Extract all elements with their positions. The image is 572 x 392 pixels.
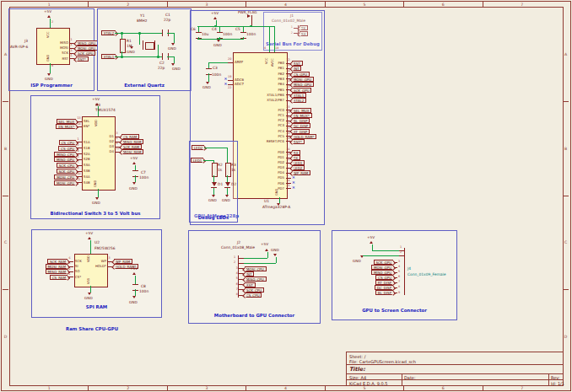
net-label[interactable]: SEL_MUX: [292, 108, 311, 113]
net-label[interactable]: CS_GPU: [292, 72, 310, 77]
net-label[interactable]: RST: [292, 61, 303, 66]
screen-pin-rows: SCK_GPU 3 MOSI_GPU 4 MISO_GPU 5: [332, 260, 404, 295]
net-label-xtal1[interactable]: XTAL1: [101, 54, 116, 59]
net-label[interactable]: BL_DISP: [375, 290, 393, 295]
sheet-bidir-switch[interactable]: +5V U3 TMUX1574 VDD GND SEL_MUX 13 SEL E…: [30, 95, 160, 219]
ref-d1: D1: [218, 183, 223, 187]
net-label[interactable]: MOSI_CPU: [54, 175, 76, 180]
net-label[interactable]: MOSI_CPU: [245, 266, 267, 271]
resistor-r1[interactable]: [120, 39, 127, 53]
net-label[interactable]: MISO_CPU: [245, 277, 267, 282]
net-label[interactable]: MOSI_GPU: [54, 180, 76, 185]
sheet-debug-leds[interactable]: LED2 LED1 R2 1k R3 1k D1 D2 GND GND Debu…: [189, 141, 238, 223]
net-label[interactable]: CS_CPU: [59, 140, 76, 145]
gnd-label: GND: [213, 44, 222, 47]
pin-name: S3A: [82, 164, 95, 167]
net-label[interactable]: SEL_MUX: [57, 119, 76, 124]
net-label[interactable]: RST: [245, 282, 256, 287]
net-label[interactable]: SCK_GPU: [292, 88, 311, 93]
sheet-external-quartz[interactable]: XTAL2 XTAL1 R1 1M Y1 8MHz GND C1 22p GND…: [97, 8, 192, 91]
gnd-icon: [95, 197, 99, 200]
net-label[interactable]: CS_CPU: [245, 293, 262, 298]
net-label[interactable]: SCK_RAM: [47, 259, 67, 264]
resistor-r2[interactable]: [212, 163, 219, 177]
pin-number: 20: [228, 58, 231, 61]
net-label-led1[interactable]: LED1: [191, 158, 203, 163]
junction: [250, 25, 252, 28]
value-c1: 22p: [164, 19, 170, 23]
net-label[interactable]: DC_DISP: [292, 123, 310, 128]
pin-number: 7: [397, 281, 404, 284]
frame-row-label: A: [3, 8, 8, 102]
sheet-spi-ram[interactable]: +5V U2 FM25W256 VDD VSS SCK_RAM 6 SCK MO…: [31, 229, 162, 318]
net-label-xtal2[interactable]: XTAL2: [101, 30, 116, 35]
net-label[interactable]: BL_DISP: [292, 118, 310, 123]
net-label-led2[interactable]: LED2: [192, 145, 204, 150]
net-label[interactable]: MOSI_GPU: [76, 46, 98, 51]
net-label[interactable]: EN_MUX*: [292, 113, 312, 118]
net-label[interactable]: MOSI_GPU: [292, 77, 314, 82]
net-label[interactable]: SCK_CPU: [57, 163, 76, 168]
wire: [174, 33, 175, 43]
net-label[interactable]: MISO_CPU: [54, 152, 76, 157]
net-label[interactable]: MISO_RAM: [46, 269, 67, 274]
net-label[interactable]: RST*: [76, 56, 89, 62]
net-label[interactable]: EN_MUX*: [56, 124, 76, 129]
crystal-y1[interactable]: [145, 42, 154, 50]
led-d2-icon[interactable]: [225, 182, 230, 186]
pin-name: S4A: [82, 175, 95, 179]
net-label[interactable]: CS_GPU: [58, 146, 76, 151]
net-label[interactable]: MISO_GPU: [292, 82, 314, 87]
sheet-isp-programmer[interactable]: +5V 2 VCC GND J3 AVR-ISP-6 MISO 1 MISO_G…: [8, 8, 94, 91]
net-label[interactable]: RT_DISP: [292, 129, 310, 134]
net-label[interactable]: MOSI_RAM: [46, 264, 67, 269]
junction: [121, 32, 123, 35]
net-label[interactable]: HOLD_RAM*: [292, 134, 316, 139]
net-label[interactable]: SCK_GPU: [57, 169, 76, 174]
pin-stub: [228, 84, 233, 85]
net-label[interactable]: RX: [292, 150, 300, 155]
led-d1-icon[interactable]: [212, 182, 217, 186]
net-label[interactable]: SCK_CPU: [245, 287, 264, 293]
net-label[interactable]: LED1: [292, 160, 305, 165]
sheet-mobo-connector[interactable]: J2 Conn_01x08_Male +5V GND 1 2 3 MOSI_CP…: [188, 230, 321, 324]
pin-name: RESET/PC6: [252, 140, 286, 143]
net-label[interactable]: SCK_GPU: [76, 51, 95, 56]
net-label[interactable]: MOSI_RAM: [121, 149, 143, 154]
net-label[interactable]: TX: [292, 155, 300, 160]
pin-number: 2: [400, 251, 402, 254]
net-label[interactable]: INT: [245, 271, 254, 277]
power-5v-icon: [132, 162, 136, 164]
connector-j4-body[interactable]: [404, 248, 405, 295]
power-5v-label: +5V: [92, 98, 100, 101]
net-label[interactable]: XTAL2: [292, 98, 306, 103]
gnd-label: GND: [45, 78, 53, 81]
net-label[interactable]: WP_RAM: [114, 259, 132, 264]
power-5v-label: +5V: [211, 12, 219, 15]
sheet-screen-connector[interactable]: +5V GND 1 2 SCK_GPU 3 MOSI_GPU 4: [332, 230, 457, 320]
pin-name: S1A: [82, 141, 95, 144]
pin-name: PD1: [252, 156, 286, 159]
net-label[interactable]: MISO_GPU: [54, 157, 76, 162]
net-label[interactable]: CS_RAM: [50, 275, 67, 280]
frame-col-label: 5: [326, 2, 404, 7]
junction: [157, 56, 159, 58]
net-label[interactable]: RST*: [292, 139, 305, 144]
ram-left-rows: SCK_RAM 6 SCK MOSI_RAM 5 SI MISO_RAM 2 S…: [32, 259, 86, 280]
pin-number: 8: [397, 286, 404, 289]
gnd-icon: [130, 46, 133, 49]
titleblock-id: Id: 1/1: [551, 381, 564, 386]
power-5v-label: +5V: [130, 267, 138, 271]
net-label[interactable]: XTAL1: [292, 93, 306, 98]
net-label[interactable]: INT: [292, 66, 301, 71]
net-label[interactable]: LED2: [292, 165, 305, 170]
net-label[interactable]: MISO_GPU: [76, 40, 98, 46]
wire: [98, 189, 99, 197]
resistor-r3[interactable]: [225, 163, 232, 177]
gnd-label: GND: [202, 86, 211, 89]
pin-number: 1: [70, 39, 72, 41]
pin-number: 4: [264, 47, 266, 50]
pin-name: S1B: [82, 147, 95, 150]
section-title-isp: ISP Programmer: [9, 83, 94, 88]
crystal-plate: [143, 40, 143, 50]
